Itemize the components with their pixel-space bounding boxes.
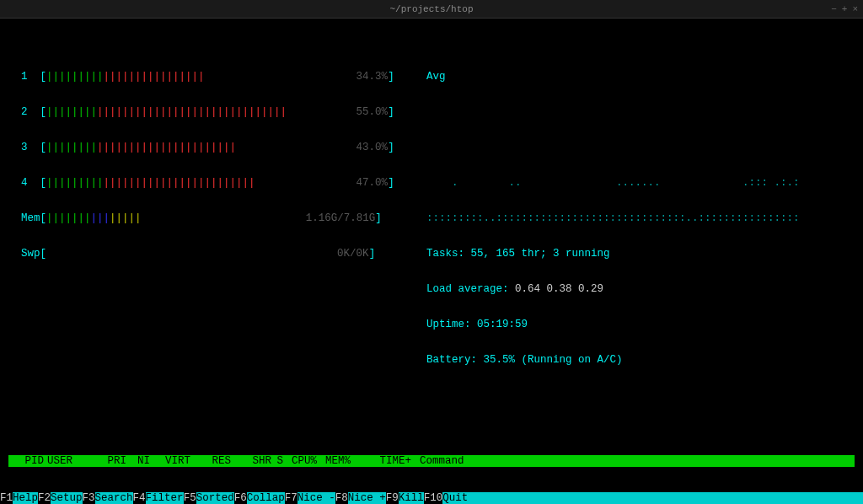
battery-status: Battery: 35.5% (Running on A/C) xyxy=(426,354,623,366)
fkey-F6[interactable]: F6Collap xyxy=(234,492,285,504)
summary-panel: Avg . .. ....... .::: .:.: :::::::::..::… xyxy=(413,47,800,389)
fkey-F3[interactable]: F3Search xyxy=(83,492,133,504)
window-minimize-icon[interactable]: − xyxy=(831,3,837,15)
tasks-summary: Tasks: 55, 165 thr; 3 running xyxy=(426,248,610,260)
uptime: Uptime: 05:19:59 xyxy=(426,319,528,330)
fkey-F4[interactable]: F4Filter xyxy=(133,492,184,504)
fkey-F8[interactable]: F8Nice + xyxy=(335,492,386,504)
function-key-bar: F1Help F2Setup F3SearchF4FilterF5SortedF… xyxy=(0,492,863,504)
terminal-area[interactable]: 1 [||||||||||||||||||||||||| 34.3%] 2 [|… xyxy=(0,19,863,491)
fkey-F7[interactable]: F7Nice - xyxy=(285,492,335,504)
fkey-F10[interactable]: F10Quit xyxy=(424,492,469,504)
fkey-F5[interactable]: F5Sorted xyxy=(184,492,234,504)
window-titlebar: ~/projects/htop − + × xyxy=(0,0,863,19)
fkey-F1[interactable]: F1Help xyxy=(0,492,38,504)
window-title: ~/projects/htop xyxy=(389,3,473,15)
window-maximize-icon[interactable]: + xyxy=(842,3,848,15)
load-average: 0.64 0.38 0.29 xyxy=(515,283,603,295)
fkey-F2[interactable]: F2Setup xyxy=(38,492,83,504)
cpu-meters: 1 [||||||||||||||||||||||||| 34.3%] 2 [|… xyxy=(8,47,413,389)
process-header[interactable]: PID USER PRI NI VIRT RES SHR S CPU% MEM%… xyxy=(8,455,855,467)
window-close-icon[interactable]: × xyxy=(852,3,858,15)
fkey-F9[interactable]: F9Kill xyxy=(386,492,424,504)
